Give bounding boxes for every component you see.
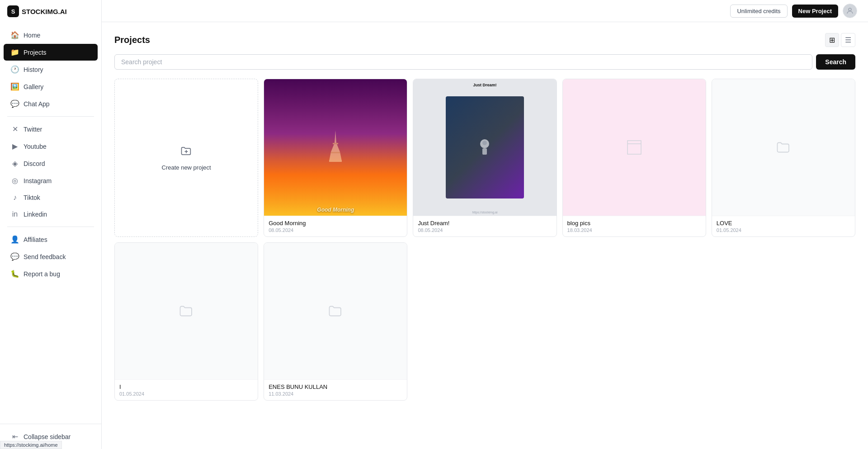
sidebar-item-discord[interactable]: ◈Discord	[4, 155, 98, 172]
sidebar-label-send-feedback: Send feedback	[24, 253, 66, 260]
svg-rect-6	[329, 160, 342, 162]
chat-app-icon: 💬	[11, 99, 19, 108]
create-project-label: Create new project	[162, 164, 211, 171]
svg-rect-8	[333, 143, 338, 144]
grid-view-btn[interactable]: ⊞	[825, 33, 839, 47]
sidebar-item-tiktok[interactable]: ♪Tiktok	[4, 189, 98, 206]
project-card-blog-pics[interactable]: blog pics 18.03.2024	[562, 79, 706, 237]
sidebar-item-instagram[interactable]: ◎Instagram	[4, 172, 98, 189]
card-name: blog pics	[567, 220, 701, 227]
search-input[interactable]	[114, 54, 812, 70]
affiliates-icon: 👤	[11, 235, 19, 244]
gallery-icon: 🖼️	[11, 82, 19, 91]
sidebar-item-twitter[interactable]: ✕Twitter	[4, 121, 98, 137]
sidebar-item-gallery[interactable]: 🖼️Gallery	[4, 78, 98, 95]
card-date: 18.03.2024	[567, 227, 701, 233]
card-name: I	[119, 383, 253, 390]
tiktok-icon: ♪	[11, 194, 19, 202]
card-date: 08.05.2024	[418, 227, 552, 233]
project-card-love[interactable]: LOVE 01.05.2024	[712, 79, 855, 237]
card-info: Good Morning 08.05.2024	[264, 216, 407, 236]
sidebar: S STOCKIMG.AI 🏠Home📁Projects🕐History🖼️Ga…	[0, 0, 102, 449]
card-name: Good Morning	[269, 220, 402, 227]
sidebar-label-chat-app: Chat App	[24, 100, 50, 108]
sidebar-item-history[interactable]: 🕐History	[4, 61, 98, 78]
pink-thumbnail	[563, 79, 706, 216]
svg-point-0	[849, 8, 851, 11]
card-info: I 01.05.2024	[115, 379, 258, 400]
logo-icon: S	[7, 5, 19, 17]
linkedin-icon: in	[11, 210, 19, 218]
card-date: 08.05.2024	[269, 227, 402, 233]
empty-thumbnail	[115, 243, 258, 379]
svg-point-10	[482, 141, 487, 145]
search-button[interactable]: Search	[816, 54, 855, 70]
discord-icon: ◈	[11, 159, 19, 168]
app-name: STOCKIMG.AI	[22, 8, 67, 15]
sidebar-label-instagram: Instagram	[24, 177, 52, 184]
sidebar-item-linkedin[interactable]: inLinkedin	[4, 206, 98, 222]
sidebar-label-discord: Discord	[24, 160, 45, 167]
projects-grid: Create new project Good Morning Good Mor…	[114, 79, 855, 401]
topbar: Unlimited credits New Project	[102, 0, 868, 22]
card-info: Just Dream! 08.05.2024	[413, 216, 556, 236]
projects-icon: 📁	[11, 48, 19, 57]
sidebar-label-projects: Projects	[24, 49, 47, 56]
card-info: blog pics 18.03.2024	[563, 216, 706, 236]
new-project-button[interactable]: New Project	[792, 5, 838, 18]
main-content: Unlimited credits New Project Projects ⊞…	[102, 0, 868, 449]
card-name: Just Dream!	[418, 220, 552, 227]
empty-thumbnail	[264, 243, 407, 379]
sidebar-nav: 🏠Home📁Projects🕐History🖼️Gallery💬Chat App…	[0, 23, 101, 286]
search-row: Search	[114, 54, 855, 70]
card-date: 01.05.2024	[717, 227, 850, 233]
svg-rect-7	[331, 152, 340, 153]
collapse-icon: ⇤	[11, 432, 19, 441]
card-name: ENES BUNU KULLAN	[269, 383, 402, 390]
card-info: LOVE 01.05.2024	[712, 216, 855, 236]
youtube-icon: ▶	[11, 142, 19, 151]
report-bug-icon: 🐛	[11, 269, 19, 278]
sidebar-label-tiktok: Tiktok	[24, 194, 40, 201]
sidebar-label-youtube: Youtube	[24, 143, 47, 150]
nav-divider2	[7, 227, 94, 227]
collapse-label: Collapse sidebar	[24, 433, 71, 440]
sidebar-item-send-feedback[interactable]: 💬Send feedback	[4, 248, 98, 265]
project-card-unnamed1[interactable]: I 01.05.2024	[114, 242, 258, 401]
card-name: LOVE	[717, 220, 850, 227]
create-project-card[interactable]: Create new project	[114, 79, 258, 237]
nav-divider	[7, 116, 94, 117]
home-icon: 🏠	[11, 31, 19, 39]
project-card-good-morning[interactable]: Good Morning Good Morning 08.05.2024	[264, 79, 407, 237]
empty-thumbnail	[712, 79, 855, 216]
card-date: 11.03.2024	[269, 391, 402, 397]
credits-button[interactable]: Unlimited credits	[730, 5, 787, 18]
sidebar-label-affiliates: Affiliates	[24, 236, 47, 243]
justdream-inner	[446, 96, 524, 199]
sidebar-item-home[interactable]: 🏠Home	[4, 27, 98, 43]
sidebar-item-projects[interactable]: 📁Projects	[4, 44, 98, 61]
project-card-enes-bunu-kullan[interactable]: ENES BUNU KULLAN 11.03.2024	[264, 242, 407, 401]
list-view-btn[interactable]: ☰	[841, 33, 855, 47]
sidebar-item-report-bug[interactable]: 🐛Report a bug	[4, 265, 98, 282]
card-info: ENES BUNU KULLAN 11.03.2024	[264, 379, 407, 400]
sidebar-label-gallery: Gallery	[24, 83, 43, 90]
projects-header: Projects ⊞ ☰	[114, 33, 855, 47]
create-project-icon	[180, 145, 193, 161]
instagram-icon: ◎	[11, 176, 19, 185]
sidebar-label-history: History	[24, 66, 43, 73]
svg-marker-3	[335, 130, 336, 143]
sidebar-item-chat-app[interactable]: 💬Chat App	[4, 95, 98, 112]
sidebar-item-affiliates[interactable]: 👤Affiliates	[4, 231, 98, 248]
avatar[interactable]	[843, 4, 857, 18]
send-feedback-icon: 💬	[11, 252, 19, 261]
sidebar-item-youtube[interactable]: ▶Youtube	[4, 138, 98, 155]
project-card-just-dream[interactable]: Just Dream! https://stockimg.ai Just Dre…	[413, 79, 557, 237]
sidebar-label-linkedin: Linkedin	[24, 211, 47, 218]
app-logo[interactable]: S STOCKIMG.AI	[0, 0, 101, 23]
view-toggle: ⊞ ☰	[825, 33, 855, 47]
twitter-icon: ✕	[11, 125, 19, 133]
url-bar: https://stockimg.ai/home	[0, 441, 62, 449]
eiffel-thumbnail: Good Morning	[264, 79, 407, 216]
justdream-thumbnail: Just Dream! https://stockimg.ai	[413, 79, 556, 216]
